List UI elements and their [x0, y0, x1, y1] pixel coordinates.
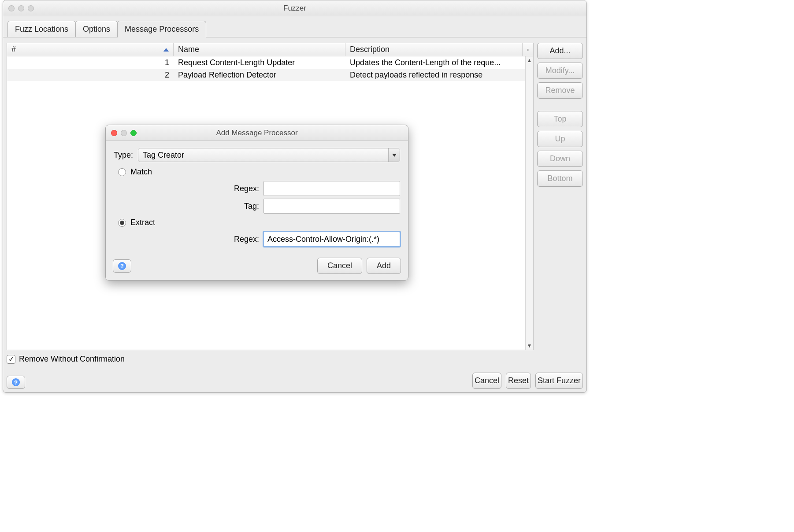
- remove-without-confirmation-label: Remove Without Confirmation: [19, 355, 125, 364]
- cell-desc: Detect payloads reflected in response: [345, 70, 533, 80]
- up-button[interactable]: Up: [537, 131, 583, 147]
- col-settings-icon[interactable]: [523, 43, 533, 56]
- fuzzer-window: Fuzzer Fuzz Locations Options Message Pr…: [3, 0, 587, 393]
- extract-radio-row: Extract: [118, 218, 400, 227]
- col-header-name[interactable]: Name: [174, 43, 345, 56]
- svg-rect-2: [527, 50, 529, 51]
- help-icon: ?: [118, 262, 126, 270]
- remove-without-confirmation-checkbox[interactable]: ✓: [7, 355, 15, 364]
- bottom-buttons: Cancel Reset Start Fuzzer: [472, 373, 583, 389]
- bottom-bar: ✓ Remove Without Confirmation ? Cancel R…: [7, 352, 583, 392]
- help-button[interactable]: ?: [7, 376, 25, 389]
- cell-number: 1: [7, 58, 174, 67]
- modal-cancel-button[interactable]: Cancel: [317, 258, 362, 274]
- modal-help-button[interactable]: ?: [113, 259, 131, 273]
- add-message-processor-dialog: Add Message Processor Type: Tag Creator …: [105, 125, 408, 281]
- cell-name: Request Content-Length Updater: [174, 58, 345, 67]
- cell-number: 2: [7, 70, 174, 80]
- top-button[interactable]: Top: [537, 111, 583, 127]
- start-fuzzer-button[interactable]: Start Fuzzer: [535, 373, 583, 389]
- bottom-button[interactable]: Bottom: [537, 170, 583, 187]
- add-button[interactable]: Add...: [537, 43, 583, 59]
- match-radio[interactable]: [118, 168, 126, 176]
- modal-body: Type: Tag Creator Match Regex: Tag:: [106, 141, 408, 280]
- extract-regex-row: Regex:: [114, 232, 400, 247]
- remove-without-confirmation-row: ✓ Remove Without Confirmation: [7, 355, 583, 364]
- cancel-button[interactable]: Cancel: [472, 373, 501, 389]
- extract-regex-input[interactable]: [263, 232, 400, 247]
- tabs-row: Fuzz Locations Options Message Processor…: [3, 16, 586, 37]
- table-row[interactable]: 1 Request Content-Length Updater Updates…: [7, 56, 533, 69]
- match-regex-row: Regex:: [114, 181, 400, 196]
- chevron-down-icon: [388, 148, 400, 162]
- col-header-number[interactable]: #: [7, 43, 174, 56]
- extract-label: Extract: [130, 218, 155, 227]
- reset-button[interactable]: Reset: [506, 373, 531, 389]
- tab-fuzz-locations[interactable]: Fuzz Locations: [7, 21, 76, 37]
- type-row: Type: Tag Creator: [114, 148, 400, 162]
- table-header-row: # Name Description: [7, 43, 533, 56]
- modal-title: Add Message Processor: [106, 129, 408, 137]
- match-tag-label: Tag:: [114, 202, 263, 211]
- match-regex-input[interactable]: [263, 181, 400, 196]
- type-label: Type:: [114, 151, 138, 160]
- help-button-area: ?: [7, 376, 25, 389]
- scroll-up-icon[interactable]: ▲: [526, 56, 533, 64]
- titlebar: Fuzzer: [3, 0, 586, 16]
- modal-titlebar: Add Message Processor: [106, 125, 408, 141]
- table-row[interactable]: 2 Payload Reflection Detector Detect pay…: [7, 69, 533, 81]
- radio-selected-icon: [120, 221, 124, 225]
- type-value: Tag Creator: [143, 151, 184, 160]
- cell-name: Payload Reflection Detector: [174, 70, 345, 80]
- window-title: Fuzzer: [3, 4, 586, 13]
- tab-message-processors[interactable]: Message Processors: [117, 21, 206, 37]
- col-header-desc[interactable]: Description: [345, 43, 523, 56]
- match-radio-row: Match: [118, 167, 400, 177]
- tab-options[interactable]: Options: [75, 21, 118, 37]
- scroll-down-icon[interactable]: ▼: [526, 342, 533, 350]
- match-tag-input[interactable]: [263, 199, 400, 214]
- side-buttons: Add... Modify... Remove Top Up Down Bott…: [537, 43, 583, 350]
- sort-ascending-icon: [163, 48, 169, 52]
- modify-button[interactable]: Modify...: [537, 63, 583, 79]
- col-header-number-label: #: [11, 45, 16, 54]
- match-label: Match: [130, 167, 152, 177]
- svg-rect-0: [527, 49, 529, 49]
- modal-add-button[interactable]: Add: [367, 258, 401, 274]
- help-icon: ?: [12, 378, 20, 386]
- modal-bottom-bar: ? Cancel Add: [113, 258, 401, 274]
- match-regex-label: Regex:: [114, 184, 263, 193]
- extract-regex-label: Regex:: [114, 235, 263, 244]
- cell-desc: Updates the Content-Length of the reque.…: [345, 58, 533, 67]
- type-select[interactable]: Tag Creator: [138, 148, 400, 162]
- extract-radio[interactable]: [118, 219, 126, 227]
- svg-rect-1: [527, 49, 529, 50]
- modal-buttons: Cancel Add: [317, 258, 401, 274]
- match-tag-row: Tag:: [114, 199, 400, 214]
- vertical-scrollbar[interactable]: ▲ ▼: [525, 56, 533, 350]
- remove-button[interactable]: Remove: [537, 82, 583, 99]
- down-button[interactable]: Down: [537, 151, 583, 167]
